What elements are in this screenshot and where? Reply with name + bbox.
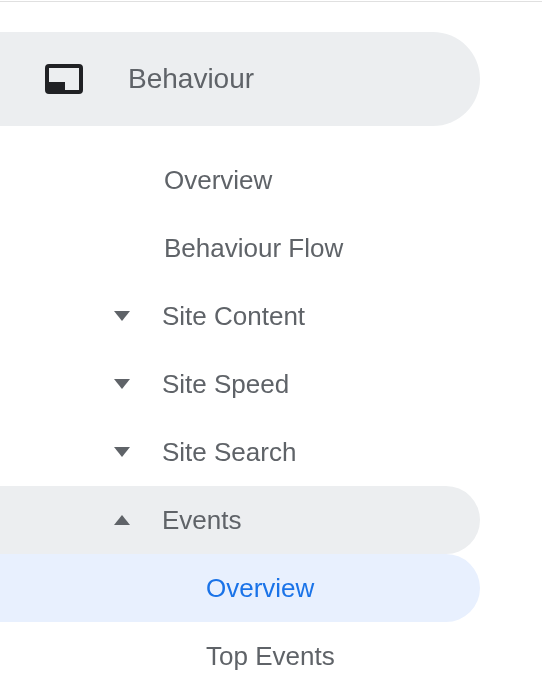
nav-item-label: Behaviour Flow (164, 233, 343, 264)
nav-section-behaviour[interactable]: Behaviour (0, 32, 480, 126)
nav-item-site-search[interactable]: Site Search (0, 418, 480, 486)
nav-item-behaviour-flow[interactable]: Behaviour Flow (0, 214, 480, 282)
svg-rect-1 (47, 82, 65, 92)
svg-marker-5 (114, 515, 130, 525)
web-page-icon (44, 59, 84, 99)
nav-item-overview[interactable]: Overview (0, 146, 480, 214)
nav-item-label: Events (162, 505, 242, 536)
nav-section-label: Behaviour (128, 63, 254, 95)
nav-subitem-label: Top Events (206, 641, 335, 672)
nav-item-label: Site Content (162, 301, 305, 332)
nav-subitem-events-overview[interactable]: Overview (0, 554, 480, 622)
nav-sidebar: Behaviour Overview Behaviour Flow Site C… (0, 32, 542, 690)
svg-marker-2 (114, 311, 130, 321)
nav-subitem-events-top-events[interactable]: Top Events (0, 622, 480, 690)
svg-marker-4 (114, 447, 130, 457)
divider (0, 1, 542, 2)
chevron-down-icon (112, 306, 132, 326)
nav-subitem-label: Overview (206, 573, 314, 604)
chevron-up-icon (112, 510, 132, 530)
nav-subitems: Overview Behaviour Flow Site Content Sit… (0, 126, 542, 690)
chevron-down-icon (112, 442, 132, 462)
nav-item-label: Site Speed (162, 369, 289, 400)
nav-item-site-content[interactable]: Site Content (0, 282, 480, 350)
nav-item-site-speed[interactable]: Site Speed (0, 350, 480, 418)
nav-item-events[interactable]: Events (0, 486, 480, 554)
svg-marker-3 (114, 379, 130, 389)
chevron-down-icon (112, 374, 132, 394)
nav-item-label: Overview (164, 165, 272, 196)
nav-item-label: Site Search (162, 437, 296, 468)
